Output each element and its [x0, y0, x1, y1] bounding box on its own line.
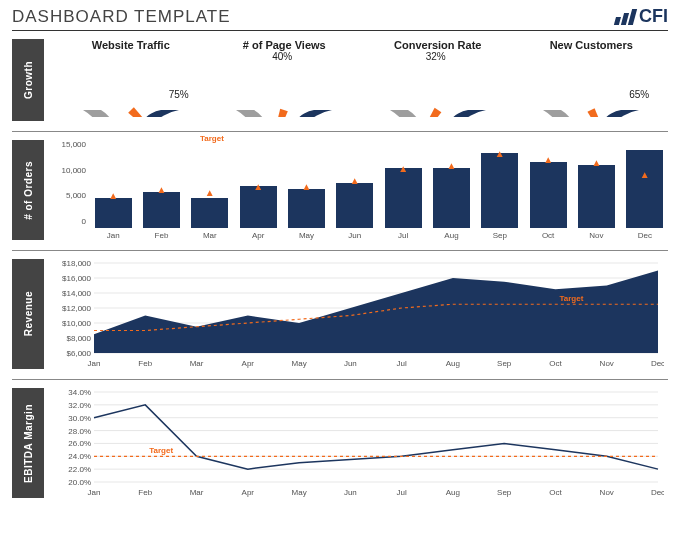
xtick: Nov: [589, 231, 603, 240]
logo-text: CFI: [639, 6, 668, 27]
bar-col: ▲ Feb: [138, 192, 184, 240]
svg-text:Jul: Jul: [397, 359, 407, 368]
gauge-value: 65%: [629, 89, 649, 100]
ytick: 5,000: [54, 191, 86, 200]
bar-col: ▲ Mar: [187, 198, 233, 240]
svg-marker-1: [269, 109, 288, 117]
gauge-title: # of Page Views: [214, 39, 354, 51]
svg-text:$16,000: $16,000: [62, 274, 91, 283]
target-marker-icon: ▲: [205, 190, 215, 196]
svg-text:Mar: Mar: [190, 488, 204, 497]
xtick: Jul: [398, 231, 408, 240]
svg-text:24.0%: 24.0%: [68, 452, 91, 461]
gauge-3: New Customers 65%: [521, 39, 661, 121]
bar-col: ▲ Jan: [90, 198, 136, 240]
svg-text:Feb: Feb: [138, 359, 152, 368]
svg-text:22.0%: 22.0%: [68, 465, 91, 474]
bar-col: ▲ Jul: [380, 168, 426, 240]
svg-text:$6,000: $6,000: [67, 349, 92, 358]
xtick: Dec: [638, 231, 652, 240]
svg-marker-2: [411, 108, 441, 117]
svg-text:Jul: Jul: [397, 488, 407, 497]
bar-col: ▲ Dec: [622, 150, 668, 240]
svg-text:$10,000: $10,000: [62, 319, 91, 328]
section-ebitda: EBITDA Margin 34.0%32.0%30.0%28.0%26.0%2…: [12, 388, 668, 498]
svg-text:Nov: Nov: [600, 488, 614, 497]
xtick: Jun: [348, 231, 361, 240]
svg-text:Target: Target: [559, 294, 583, 303]
bar: [288, 189, 325, 228]
gauge-title: Website Traffic: [61, 39, 201, 51]
gauge-0: Website Traffic 75%: [61, 39, 201, 121]
xtick: Mar: [203, 231, 217, 240]
svg-text:28.0%: 28.0%: [68, 427, 91, 436]
section-growth: Growth Website Traffic 75% # of Page Vie…: [12, 39, 668, 121]
divider: [12, 250, 668, 251]
bar: [530, 162, 567, 228]
target-marker-icon: ▲: [640, 172, 650, 178]
svg-text:Oct: Oct: [549, 488, 562, 497]
target-marker-icon: ▲: [447, 163, 457, 169]
svg-text:Apr: Apr: [242, 488, 255, 497]
svg-text:Apr: Apr: [242, 359, 255, 368]
target-marker-icon: ▲: [495, 151, 505, 157]
bar-col: ▲ Jun: [332, 183, 378, 240]
svg-text:May: May: [292, 488, 307, 497]
bar: [433, 168, 470, 228]
svg-text:34.0%: 34.0%: [68, 388, 91, 397]
ebitda-chart: 34.0%32.0%30.0%28.0%26.0%24.0%22.0%20.0%…: [54, 388, 664, 498]
header: DASHBOARD TEMPLATE CFI: [12, 6, 668, 31]
bar-col: ▲ Nov: [573, 165, 619, 240]
svg-text:Jun: Jun: [344, 359, 357, 368]
ytick: 0: [54, 217, 86, 226]
target-marker-icon: ▲: [591, 160, 601, 166]
svg-text:Sep: Sep: [497, 359, 512, 368]
svg-text:$8,000: $8,000: [67, 334, 92, 343]
ytick: 15,000: [54, 140, 86, 149]
svg-text:Jan: Jan: [88, 488, 101, 497]
target-marker-icon: ▲: [350, 178, 360, 184]
page-title: DASHBOARD TEMPLATE: [12, 7, 231, 27]
svg-text:Target: Target: [149, 446, 173, 455]
gauge-value: 75%: [169, 89, 189, 100]
divider: [12, 131, 668, 132]
xtick: Apr: [252, 231, 264, 240]
bar-col: ▲ Sep: [477, 153, 523, 240]
bar-col: ▲ May: [283, 189, 329, 240]
target-marker-icon: ▲: [108, 193, 118, 199]
bar: [143, 192, 180, 228]
svg-text:Oct: Oct: [549, 359, 562, 368]
bar: [240, 186, 277, 228]
svg-text:30.0%: 30.0%: [68, 414, 91, 423]
svg-text:20.0%: 20.0%: [68, 478, 91, 487]
gauge-2: Conversion Rate 32%: [368, 39, 508, 121]
svg-text:26.0%: 26.0%: [68, 439, 91, 448]
bar: [481, 153, 518, 228]
svg-text:$12,000: $12,000: [62, 304, 91, 313]
divider: [12, 379, 668, 380]
bar: [336, 183, 373, 228]
svg-text:Jan: Jan: [88, 359, 101, 368]
bar-col: ▲ Oct: [525, 162, 571, 240]
svg-text:Dec: Dec: [651, 488, 664, 497]
bar-col: ▲ Apr: [235, 186, 281, 240]
xtick: Feb: [155, 231, 169, 240]
svg-text:May: May: [292, 359, 307, 368]
section-label-ebitda: EBITDA Margin: [12, 388, 44, 498]
brand-logo: CFI: [616, 6, 668, 27]
legend-target: Target: [200, 134, 224, 143]
target-marker-icon: ▲: [302, 184, 312, 190]
gauge-value: 40%: [272, 51, 292, 62]
svg-text:Feb: Feb: [138, 488, 152, 497]
svg-text:Aug: Aug: [446, 488, 460, 497]
xtick: Aug: [444, 231, 458, 240]
xtick: Oct: [542, 231, 554, 240]
target-marker-icon: ▲: [253, 184, 263, 190]
svg-text:Sep: Sep: [497, 488, 512, 497]
target-marker-icon: ▲: [157, 187, 167, 193]
bar: [191, 198, 228, 228]
target-marker-icon: ▲: [543, 157, 553, 163]
bar: [385, 168, 422, 228]
svg-text:32.0%: 32.0%: [68, 401, 91, 410]
section-orders: # of Orders 15,00010,0005,0000 Target ▲ …: [12, 140, 668, 240]
